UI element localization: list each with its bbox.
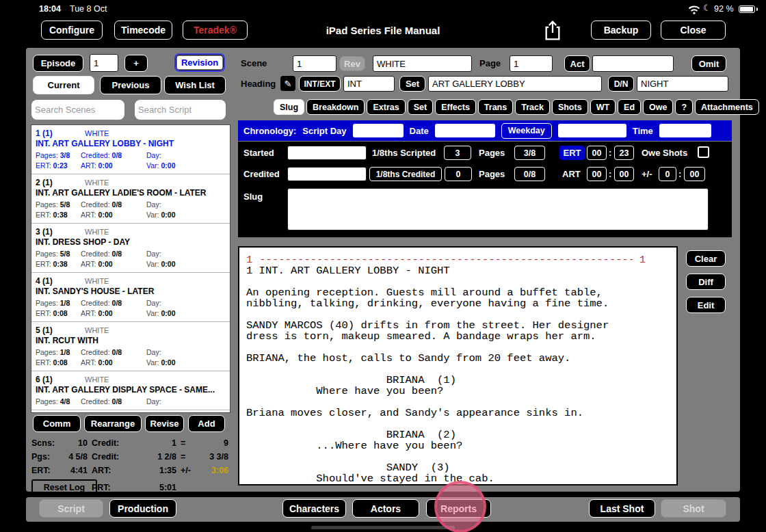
detail-tab[interactable]: Trans [478, 99, 513, 115]
script-day-label: Script Day [302, 126, 346, 136]
share-icon[interactable] [543, 19, 562, 44]
diff-button[interactable]: Diff [686, 274, 726, 290]
search-script-input[interactable] [135, 100, 226, 120]
detail-tab[interactable]: Attachments [695, 99, 759, 115]
scene-heading: INT. ART GALLERY LADIE'S ROOM - LATER [36, 188, 226, 199]
ert-colon: : [609, 148, 611, 158]
date-label: Date [410, 126, 429, 136]
close-button[interactable]: Close [661, 21, 726, 40]
act-button[interactable]: Act [564, 55, 590, 72]
tab-previous[interactable]: Previous [100, 76, 161, 94]
pages-credited-label: Pages [479, 169, 505, 179]
time-label: Time [633, 126, 653, 136]
weekday-button[interactable]: Weekday [501, 123, 552, 139]
episode-button[interactable]: Episode [33, 55, 83, 72]
scene-color-input[interactable] [373, 55, 472, 72]
art-colon: : [609, 169, 611, 179]
detail-tab[interactable]: Ed [618, 99, 641, 115]
scene-list-item[interactable]: 1 (1) WHITE INT. ART GALLERY LOBBY - NIG… [31, 125, 230, 174]
scene-rev-color: WHITE [85, 228, 109, 236]
day-night-input[interactable] [637, 76, 728, 92]
scene-stats-row: Pages:5/8 Credited:0/8 Day: [36, 199, 226, 209]
credited-input[interactable] [287, 167, 367, 181]
reset-log-button[interactable]: Reset Log [31, 479, 97, 495]
episode-input[interactable] [90, 54, 118, 72]
add-scene-button[interactable]: Add [188, 415, 225, 432]
edit-button[interactable]: Edit [686, 297, 726, 313]
scene-list-item[interactable]: 3 (1) WHITE INT. DRESS SHOP - DAY Pages:… [31, 224, 230, 273]
detail-tab[interactable]: Breakdown [306, 99, 365, 115]
scene-list-item[interactable]: 6 (1) WHITE INT. ART GALLERY DISPLAY SPA… [31, 371, 230, 410]
rev-button[interactable]: Rev [339, 56, 365, 71]
credited-eighths-button[interactable]: 1/8ths Credited [369, 167, 442, 181]
variance-total: 3:06 [201, 466, 228, 475]
detail-tab[interactable]: Extras [367, 99, 405, 115]
script-view[interactable]: 1 --------------------------------------… [238, 246, 678, 486]
reports-button[interactable]: Reports [426, 499, 491, 518]
scene-number: 2 (1) [36, 178, 85, 187]
art-hours[interactable]: 00 [587, 167, 607, 181]
scene-list-item[interactable]: 4 (1) WHITE INT. SANDY'S HOUSE - LATER P… [31, 273, 230, 322]
scene-label: Scene [241, 58, 267, 68]
add-episode-button[interactable]: + [124, 55, 148, 72]
owe-shots-checkbox[interactable] [698, 146, 709, 158]
detail-tab[interactable]: Set [408, 99, 433, 115]
tab-wishlist[interactable]: Wish List [164, 76, 226, 94]
comm-button[interactable]: Comm [33, 415, 81, 432]
teradek-button[interactable]: Teradek® [183, 21, 248, 40]
page-break-dashes: ----------------------------------------… [259, 254, 632, 265]
time-input[interactable] [659, 124, 711, 137]
slug-textarea[interactable] [287, 188, 709, 230]
weekday-input[interactable] [558, 124, 626, 137]
detail-tab[interactable]: Effects [435, 99, 476, 115]
revise-button[interactable]: Revise [145, 415, 184, 432]
script-nav-button[interactable]: Script [39, 499, 103, 518]
detail-tab[interactable]: ? [675, 99, 693, 115]
revision-button[interactable]: Revision [174, 53, 225, 72]
detail-tab[interactable]: Owe [643, 99, 673, 115]
credited-label: Credited [243, 169, 280, 179]
shot-button[interactable]: Shot [661, 499, 726, 518]
int-ext-input[interactable] [343, 76, 395, 92]
scene-list-item[interactable]: 5 (1) WHITE INT. RCUT WITH Pages:1/8 Cre… [31, 322, 230, 371]
scene-list[interactable]: 1 (1) WHITE INT. ART GALLERY LOBBY - NIG… [31, 124, 230, 413]
set-input[interactable] [428, 76, 602, 92]
rearrange-button[interactable]: Rearrange [84, 415, 142, 432]
scene-stats-row: Pages:1/8 Credited:0/8 Day: [36, 297, 226, 308]
actors-button[interactable]: Actors [352, 499, 419, 518]
started-label: Started [243, 148, 274, 158]
day-night-button[interactable]: D/N [608, 76, 634, 92]
ert-hours[interactable]: 00 [587, 146, 607, 160]
configure-button[interactable]: Configure [41, 21, 103, 40]
timecode-button[interactable]: Timecode [114, 21, 172, 40]
edit-heading-icon[interactable]: ✎ [280, 76, 295, 91]
page-input[interactable] [510, 55, 553, 72]
page-number-left: 1 [246, 254, 252, 265]
tab-current[interactable]: Current [33, 76, 94, 94]
set-button[interactable]: Set [399, 76, 425, 92]
detail-tab[interactable]: WT [590, 99, 616, 115]
scene-number-input[interactable] [293, 55, 336, 72]
started-input[interactable] [287, 146, 367, 160]
plus-minus-label: +/- [642, 169, 652, 179]
backup-button[interactable]: Backup [591, 21, 651, 40]
detail-tab[interactable]: Shots [552, 99, 588, 115]
ert-minutes[interactable]: 23 [614, 146, 634, 160]
scene-list-item[interactable]: 2 (1) WHITE INT. ART GALLERY LADIE'S ROO… [31, 174, 230, 224]
scene-number: 3 (1) [36, 227, 85, 237]
last-shot-button[interactable]: Last Shot [589, 499, 655, 518]
int-ext-button[interactable]: INT/EXT [299, 76, 341, 92]
script-day-input[interactable] [353, 124, 404, 137]
act-input[interactable] [592, 55, 674, 72]
detail-tab[interactable]: Slug [274, 99, 304, 115]
search-scenes-input[interactable] [31, 100, 124, 120]
production-button[interactable]: Production [109, 499, 176, 518]
date-input[interactable] [435, 124, 495, 137]
ert-chip: ERT [559, 146, 585, 160]
detail-tab[interactable]: Track [515, 99, 550, 115]
clear-button[interactable]: Clear [686, 250, 726, 267]
art-minutes[interactable]: 00 [614, 167, 634, 181]
characters-button[interactable]: Characters [282, 499, 346, 518]
scripted-eighths-value: 3 [444, 146, 471, 160]
omit-button[interactable]: Omit [691, 55, 726, 72]
